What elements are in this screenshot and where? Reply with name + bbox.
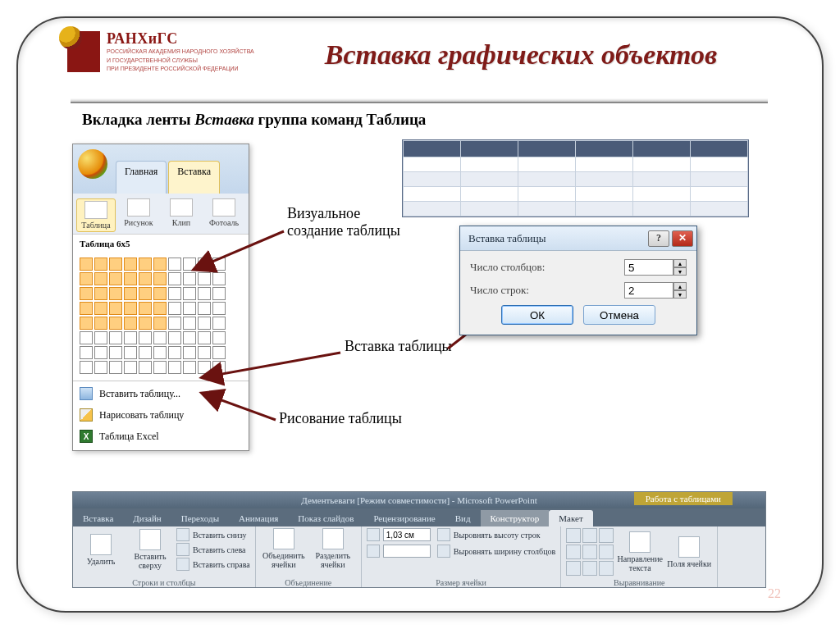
grid-cell[interactable] [168, 272, 181, 285]
grid-cell[interactable] [183, 361, 196, 374]
grid-cell[interactable] [139, 302, 152, 315]
grid-cell[interactable] [124, 272, 137, 285]
grid-cell[interactable] [109, 287, 122, 300]
grid-cell[interactable] [109, 361, 122, 374]
grid-cell[interactable] [124, 317, 137, 330]
text-direction-button[interactable]: Направление текста [617, 531, 663, 572]
grid-cell[interactable] [124, 361, 137, 374]
grid-cell[interactable] [94, 302, 107, 315]
grid-cell[interactable] [183, 346, 196, 359]
grid-cell[interactable] [168, 302, 181, 315]
align-tr-icon[interactable] [599, 528, 614, 543]
ribbon-tab-Дизайн[interactable]: Дизайн [123, 510, 171, 526]
grid-cell[interactable] [80, 361, 93, 374]
grid-cell[interactable] [80, 287, 93, 300]
grid-cell[interactable] [124, 258, 137, 271]
grid-cell[interactable] [139, 287, 152, 300]
ribbon-tab-Вставка[interactable]: Вставка [73, 510, 123, 526]
grid-cell[interactable] [94, 361, 107, 374]
grid-cell[interactable] [153, 361, 167, 374]
align-bl-icon[interactable] [566, 561, 581, 576]
grid-cell[interactable] [212, 331, 226, 344]
grid-cell[interactable] [168, 331, 181, 344]
grid-cell[interactable] [168, 287, 181, 300]
delete-button[interactable]: Удалить [78, 534, 124, 566]
grid-cell[interactable] [198, 258, 211, 271]
ribbon-tab-Рецензирование[interactable]: Рецензирование [363, 510, 445, 526]
cols-input[interactable] [624, 259, 673, 276]
row-height-input[interactable] [383, 528, 431, 541]
insert-right-button[interactable]: Вставить справа [176, 558, 250, 571]
align-br-icon[interactable] [599, 561, 614, 576]
split-cells-button[interactable]: Разделить ячейки [310, 528, 356, 569]
menu-excel-table[interactable]: Таблица Excel [73, 426, 249, 447]
grid-cell[interactable] [139, 272, 152, 285]
col-width-input[interactable] [383, 545, 431, 558]
grid-cell[interactable] [124, 287, 137, 300]
grid-cell[interactable] [109, 317, 122, 330]
dialog-close-button[interactable]: ✕ [672, 230, 693, 247]
align-mc-icon[interactable] [582, 545, 597, 559]
grid-cell[interactable] [80, 272, 93, 285]
rows-down[interactable]: ▼ [673, 290, 687, 299]
grid-cell[interactable] [212, 361, 226, 374]
grid-cell[interactable] [153, 346, 167, 359]
grid-cell[interactable] [168, 346, 181, 359]
ribbon-tab-Макет[interactable]: Макет [549, 510, 592, 526]
menu-draw-table[interactable]: Нарисовать таблицу [73, 404, 249, 426]
grid-cell[interactable] [94, 331, 107, 344]
office-button-icon[interactable] [78, 149, 107, 179]
ribbon-picture-button[interactable]: Рисунок [119, 198, 158, 232]
grid-cell[interactable] [168, 258, 181, 271]
grid-cell[interactable] [183, 272, 196, 285]
grid-cell[interactable] [94, 287, 107, 300]
grid-cell[interactable] [212, 287, 226, 300]
grid-cell[interactable] [124, 331, 137, 344]
ok-button[interactable]: ОК [501, 305, 573, 325]
grid-cell[interactable] [124, 346, 137, 359]
grid-cell[interactable] [139, 361, 152, 374]
insert-below-button[interactable]: Вставить снизу [176, 528, 250, 541]
align-tl-icon[interactable] [566, 528, 581, 543]
grid-cell[interactable] [94, 317, 107, 330]
grid-cell[interactable] [198, 287, 211, 300]
ribbon-tab-Вид[interactable]: Вид [445, 510, 481, 526]
grid-cell[interactable] [124, 302, 137, 315]
grid-cell[interactable] [109, 272, 122, 285]
grid-cell[interactable] [198, 346, 211, 359]
grid-cell[interactable] [212, 272, 226, 285]
cell-margins-button[interactable]: Поля ячейки [666, 536, 712, 568]
grid-cell[interactable] [198, 361, 211, 374]
alignment-grid[interactable] [566, 528, 614, 576]
grid-cell[interactable] [109, 302, 122, 315]
tab-home[interactable]: Главная [116, 161, 167, 194]
grid-cell[interactable] [212, 302, 226, 315]
grid-cell[interactable] [80, 346, 93, 359]
menu-insert-table[interactable]: Вставить таблицу... [73, 383, 249, 404]
align-tc-icon[interactable] [582, 528, 597, 543]
grid-cell[interactable] [212, 346, 226, 359]
grid-cell[interactable] [153, 331, 167, 344]
grid-cell[interactable] [198, 272, 211, 285]
grid-cell[interactable] [183, 317, 196, 330]
dialog-help-button[interactable]: ? [648, 230, 669, 247]
grid-cell[interactable] [212, 258, 226, 271]
grid-cell[interactable] [94, 258, 107, 271]
ribbon-table-button[interactable]: Таблица [76, 198, 116, 232]
rows-up[interactable]: ▲ [673, 282, 687, 290]
insert-left-button[interactable]: Вставить слева [176, 543, 250, 556]
grid-cell[interactable] [80, 302, 93, 315]
grid-cell[interactable] [198, 302, 211, 315]
grid-cell[interactable] [109, 346, 122, 359]
ribbon-clip-button[interactable]: Клип [162, 198, 201, 232]
grid-cell[interactable] [139, 346, 152, 359]
align-ml-icon[interactable] [566, 545, 581, 559]
grid-cell[interactable] [80, 331, 93, 344]
grid-cell[interactable] [153, 302, 167, 315]
grid-cell[interactable] [109, 258, 122, 271]
ribbon-tab-Анимация[interactable]: Анимация [229, 510, 288, 526]
distribute-cols-button[interactable]: Выровнять ширину столбцов [437, 545, 555, 558]
align-mr-icon[interactable] [599, 545, 614, 559]
grid-cell[interactable] [139, 331, 152, 344]
grid-cell[interactable] [153, 272, 167, 285]
